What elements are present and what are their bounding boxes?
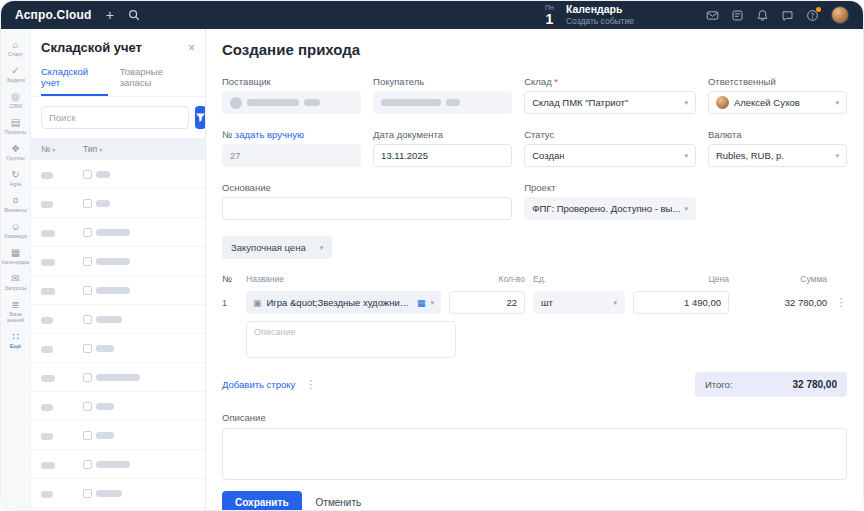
responsible-select[interactable]: Алексей Сухов ▾ <box>708 91 847 114</box>
supplier-label: Поставщик <box>222 76 361 87</box>
sidebar-item-requests[interactable]: ✉Запросы <box>1 269 30 295</box>
redacted-number <box>41 201 53 208</box>
document-type-icon <box>83 460 92 469</box>
table-row[interactable] <box>31 421 205 450</box>
search-icon[interactable] <box>128 9 140 21</box>
currency-select[interactable]: Rubles, RUB, р. ▾ <box>708 144 847 167</box>
column-number[interactable]: № ▾ <box>41 144 83 154</box>
chat-icon[interactable] <box>781 9 794 22</box>
date-number[interactable]: 1 <box>546 12 554 26</box>
sidebar-item-team[interactable]: ☺Команда <box>1 217 30 243</box>
redacted-type <box>96 490 122 497</box>
redacted-avatar <box>230 97 242 109</box>
note-icon[interactable] <box>731 9 744 22</box>
create-income-form: Создание прихода Поставщик Покупатель <box>206 29 863 510</box>
sidebar-item-tasks[interactable]: ✓Задачи <box>1 61 30 87</box>
status-select[interactable]: Создан ▾ <box>524 144 696 167</box>
sidebar-item-label: База знаний <box>2 311 29 323</box>
sidebar-item-label: Финансы <box>4 207 27 213</box>
table-row[interactable] <box>31 247 205 276</box>
number-input[interactable] <box>222 144 361 167</box>
field-currency: Валюта Rubles, RUB, р. ▾ <box>708 129 847 167</box>
user-avatar[interactable] <box>831 6 849 24</box>
filter-button[interactable] <box>195 106 206 129</box>
sidebar-item-crm[interactable]: ◎CRM <box>1 87 30 113</box>
table-row[interactable] <box>31 479 205 508</box>
redacted-number <box>41 462 55 469</box>
supplier-input[interactable] <box>222 91 361 114</box>
set-number-link[interactable]: задать вручную <box>235 129 304 140</box>
table-row[interactable] <box>31 160 205 189</box>
table-row[interactable] <box>31 218 205 247</box>
redacted-number <box>41 259 55 266</box>
warehouse-select[interactable]: Склад ПМК "Патриот" ▾ <box>524 91 696 114</box>
redacted-type <box>96 461 130 468</box>
sidebar-item-agile[interactable]: ↻Agile <box>1 165 30 191</box>
status-label: Статус <box>524 129 696 140</box>
sidebar-item-finance[interactable]: ¤Финансы <box>1 191 30 217</box>
close-icon[interactable]: × <box>188 42 195 54</box>
stock-table-icon: ▦ <box>417 298 426 308</box>
unit-select[interactable]: шт ▾ <box>533 291 625 314</box>
redacted-text <box>381 99 441 106</box>
redacted-number <box>41 346 53 353</box>
save-button[interactable]: Сохранить <box>222 491 302 510</box>
price-type-select[interactable]: Закупочная цена ▾ <box>222 236 332 259</box>
add-row-menu-icon[interactable]: ⋮ <box>305 378 316 391</box>
tab-warehouse-accounting[interactable]: Складской учет <box>41 61 108 96</box>
project-select[interactable]: ФПГ: Проверено. Доступно - вы... ▾ <box>524 197 696 220</box>
quick-create-button[interactable]: + <box>106 8 114 22</box>
item-description-input[interactable] <box>246 321 456 358</box>
mail-icon[interactable] <box>706 9 719 22</box>
document-type-icon <box>83 228 92 237</box>
table-row[interactable] <box>31 363 205 392</box>
items-table: № Название Кол-во Ед. Цена Сумма 1 ▣ Игр… <box>222 274 847 358</box>
help-icon[interactable] <box>806 9 819 22</box>
redacted-number <box>41 230 55 237</box>
sidebar-item-projects[interactable]: ▤Проекты <box>1 113 30 139</box>
product-select[interactable]: ▣ Игра &quot;Звездные художники&quot; ▦ … <box>246 291 441 314</box>
chevron-down-icon: ▾ <box>835 152 839 160</box>
add-row-link[interactable]: Добавить строку <box>222 379 295 390</box>
more-icon: ∷ <box>12 331 18 342</box>
field-status: Статус Создан ▾ <box>524 129 696 167</box>
number-label: № задать вручную <box>222 129 361 140</box>
sidebar-item-calendar[interactable]: ▦Календарь <box>1 243 30 269</box>
bell-icon[interactable] <box>756 9 769 22</box>
quantity-input[interactable] <box>449 291 525 314</box>
date-input[interactable] <box>373 144 512 167</box>
table-row[interactable] <box>31 392 205 421</box>
sidebar-item-start[interactable]: ⌂Старт <box>1 35 30 61</box>
cancel-button[interactable]: Отменить <box>316 497 362 508</box>
search-input[interactable] <box>41 106 189 129</box>
create-event-link[interactable]: Создать событие <box>566 16 634 27</box>
table-row[interactable] <box>31 450 205 479</box>
description-input[interactable] <box>222 428 847 480</box>
description-label: Описание <box>222 412 847 423</box>
document-type-icon <box>83 431 92 440</box>
buyer-input[interactable] <box>373 91 512 114</box>
warehouse-label: Склад * <box>524 76 696 87</box>
table-row[interactable] <box>31 508 205 510</box>
table-row[interactable] <box>31 189 205 218</box>
topbar-right: Пн 1 Календарь Создать событие <box>545 3 849 27</box>
redacted-text <box>304 99 320 106</box>
sidebar-item-label: Задачи <box>6 77 24 83</box>
projects-icon: ▤ <box>11 117 20 128</box>
table-row[interactable] <box>31 305 205 334</box>
sidebar-item-groups[interactable]: ❖Группы <box>1 139 30 165</box>
sidebar-item-more[interactable]: ∷Ещё <box>1 327 30 353</box>
row-menu-icon[interactable]: ⋮ <box>835 296 847 309</box>
sidebar-item-knowledge[interactable]: ≣База знаний <box>1 295 30 327</box>
module-sidebar: ⌂Старт✓Задачи◎CRM▤Проекты❖Группы↻Agile¤Ф… <box>1 29 31 510</box>
chevron-down-icon: ▾ <box>835 99 839 107</box>
app-logo[interactable]: Аспро.Cloud <box>15 8 92 22</box>
calendar-title[interactable]: Календарь <box>566 3 634 16</box>
tab-stock[interactable]: Товарные запасы <box>120 61 195 96</box>
basis-input[interactable] <box>222 197 512 220</box>
table-row[interactable] <box>31 334 205 363</box>
table-row[interactable] <box>31 276 205 305</box>
column-type[interactable]: Тип ▾ <box>83 144 195 154</box>
app-window: Аспро.Cloud + Пн 1 Календарь Создать соб… <box>0 0 864 511</box>
price-input[interactable] <box>633 291 729 314</box>
